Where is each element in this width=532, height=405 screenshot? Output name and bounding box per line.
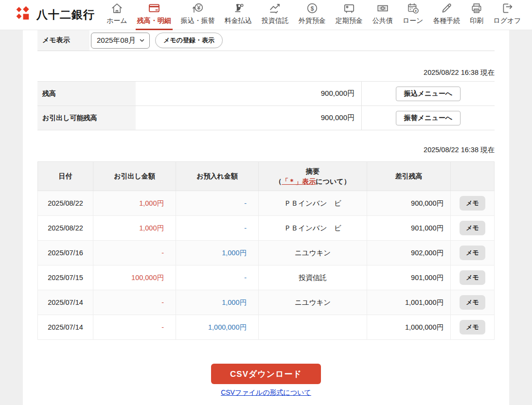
- svg-text:¥: ¥: [415, 9, 417, 13]
- cell-deposit: -: [176, 191, 259, 216]
- table-row: 2025/07/15 100,000円 - 投資信託 901,000円 メモ: [38, 265, 495, 290]
- table-row: 2025/07/14 - 1,000円 ニユウキン 1,001,000円 メモ: [38, 290, 495, 315]
- nav-label: 印刷: [470, 17, 483, 25]
- cell-balance: 900,000円: [367, 191, 451, 216]
- banknote-icon: [376, 2, 389, 15]
- active-tab-underline: [136, 29, 173, 30]
- header-deposit: お預入れ金額: [176, 162, 259, 191]
- nav-label: 料金払込: [225, 17, 252, 25]
- cell-date: 2025/08/22: [38, 191, 93, 216]
- nav-item-print[interactable]: 印刷: [465, 0, 488, 30]
- csv-format-link[interactable]: CSVファイルの形式について: [221, 388, 311, 397]
- printer-icon: [470, 2, 483, 15]
- memo-button[interactable]: メモ: [460, 270, 485, 285]
- header-withdrawal: お引出し金額: [93, 162, 176, 191]
- memo-button[interactable]: メモ: [460, 295, 485, 310]
- nav-item-logoff[interactable]: ログオフ: [488, 0, 526, 30]
- cell-balance: 902,000円: [367, 241, 451, 265]
- nav-label: 投資信託: [262, 17, 289, 25]
- cell-date: 2025/07/14: [38, 315, 93, 340]
- cell-withdrawal: 1,000円: [93, 191, 176, 216]
- logout-icon: [501, 2, 514, 15]
- cell-withdrawal: -: [93, 241, 176, 265]
- bank-logo[interactable]: 八十二銀行: [0, 0, 95, 30]
- nav-label: ホーム: [106, 17, 127, 25]
- memo-month-select[interactable]: 2025年08月: [91, 33, 150, 49]
- asterisk-display-link[interactable]: 「＊」表示: [282, 177, 316, 185]
- safe-icon: [343, 2, 355, 15]
- nav-item-time-deposit[interactable]: 定期預金: [331, 0, 368, 30]
- cell-summary: [259, 315, 367, 340]
- nav-item-public-bonds[interactable]: 公共債: [368, 0, 398, 30]
- cell-deposit: 1,000円: [176, 290, 259, 315]
- dollar-icon: $: [306, 2, 319, 15]
- main-nav: ホーム 残高・明細 振込・振替: [102, 0, 526, 30]
- table-row: 2025/07/16 - 1,000円 ニユウキン 902,000円 メモ: [38, 241, 495, 265]
- balance-table: 残高 900,000円 振込メニューへ お引出し可能残高 900,000円 振替…: [37, 81, 495, 130]
- table-row: 2025/07/14 - 1,000,000円 1,000,000円 メモ: [38, 315, 495, 340]
- table-header-row: 日付 お引出し金額 お預入れ金額 摘要 （「＊」表示について） 差引残高: [38, 162, 495, 191]
- csv-download-button[interactable]: CSVダウンロード: [211, 364, 321, 384]
- page-background: メモ表示 2025年08月 メモの登録・表示 2025/08/22 16:38 …: [0, 30, 532, 405]
- cell-date: 2025/07/15: [38, 265, 93, 290]
- nav-label: 定期預金: [336, 17, 363, 25]
- cell-balance: 1,001,000円: [367, 290, 451, 315]
- cell-withdrawal: 100,000円: [93, 265, 176, 290]
- chevron-down-icon: [139, 36, 145, 45]
- cell-deposit: 1,000,000円: [176, 315, 259, 340]
- cell-withdrawal: -: [93, 290, 176, 315]
- main-content: メモ表示 2025年08月 メモの登録・表示 2025/08/22 16:38 …: [23, 30, 509, 405]
- memo-controls: 2025年08月 メモの登録・表示: [89, 30, 223, 51]
- header-summary-paren-open: （: [275, 177, 282, 185]
- nav-item-foreign-currency[interactable]: $ 外貨預金: [294, 0, 331, 30]
- pay-easy-icon: [232, 2, 245, 15]
- nav-label: 各種手続: [433, 17, 460, 25]
- memo-register-button[interactable]: メモの登録・表示: [155, 33, 223, 48]
- yen-transfer-icon: [192, 2, 204, 15]
- memo-button[interactable]: メモ: [460, 320, 485, 335]
- nav-item-transfer[interactable]: 振込・振替: [176, 0, 220, 30]
- balance-label: 残高: [37, 82, 136, 106]
- balance-value: 900,000円: [136, 82, 361, 106]
- nav-label: ログオフ: [493, 17, 521, 25]
- memo-display-label: メモ表示: [37, 30, 89, 51]
- furikae-menu-button[interactable]: 振替メニューへ: [396, 111, 461, 125]
- nav-item-bill-payment[interactable]: 料金払込: [220, 0, 257, 30]
- transfer-menu-button[interactable]: 振込メニューへ: [396, 87, 461, 101]
- memo-button[interactable]: メモ: [460, 221, 485, 235]
- home-icon: [111, 2, 123, 15]
- nav-item-investment-trust[interactable]: 投資信託: [257, 0, 294, 30]
- pencil-icon: [440, 2, 453, 15]
- nav-item-procedures[interactable]: 各種手続: [428, 0, 465, 30]
- nav-label: ローン: [403, 17, 424, 25]
- svg-text:$: $: [310, 5, 314, 12]
- withdrawable-balance-label: お引出し可能残高: [37, 106, 136, 130]
- nav-item-home[interactable]: ホーム: [102, 0, 132, 30]
- memo-button[interactable]: メモ: [460, 246, 485, 260]
- header-summary-paren-close: について）: [316, 177, 350, 185]
- nav-label: 振込・振替: [181, 17, 215, 25]
- csv-section: CSVダウンロード CSVファイルの形式について: [37, 364, 495, 397]
- table-row: 2025/08/22 1,000円 - ＰＢインバン ビ 900,000円 メモ: [38, 191, 495, 216]
- cell-withdrawal: -: [93, 315, 176, 340]
- cell-deposit: 1,000円: [176, 241, 259, 265]
- memo-button[interactable]: メモ: [460, 196, 485, 211]
- balance-row: 残高 900,000円 振込メニューへ: [37, 82, 495, 106]
- header-date: 日付: [38, 162, 93, 191]
- balance-button-cell: 振込メニューへ: [361, 82, 495, 106]
- balance-row: お引出し可能残高 900,000円 振替メニューへ: [37, 106, 495, 130]
- nav-item-loan[interactable]: ¥ ローン: [398, 0, 428, 30]
- bank-name: 八十二銀行: [36, 7, 95, 22]
- cell-balance: 1,000,000円: [367, 315, 451, 340]
- transactions-timestamp: 2025/08/22 16:38 現在: [37, 145, 495, 155]
- header-balance: 差引残高: [367, 162, 451, 191]
- header-summary: 摘要 （「＊」表示について）: [259, 162, 367, 191]
- cell-date: 2025/08/22: [38, 216, 93, 241]
- card-icon: [148, 2, 160, 15]
- balance-button-cell: 振替メニューへ: [361, 106, 495, 130]
- cell-deposit: -: [176, 265, 259, 290]
- nav-item-balance-details[interactable]: 残高・明細: [132, 0, 176, 30]
- cell-summary: 投資信託: [259, 265, 367, 290]
- bank-logo-mark-icon: [15, 5, 32, 25]
- memo-display-row: メモ表示 2025年08月 メモの登録・表示: [37, 30, 495, 51]
